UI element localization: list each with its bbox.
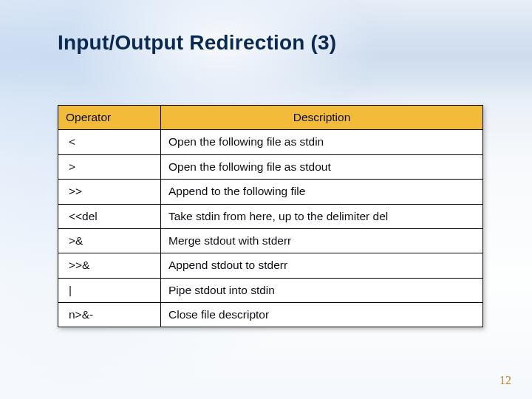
operator-cell: >> bbox=[58, 180, 161, 204]
operator-cell: > bbox=[58, 154, 161, 179]
table-row: | Pipe stdout into stdin bbox=[58, 278, 483, 302]
table-row: > Open the following file as stdout bbox=[58, 154, 483, 179]
table-row: >> Append to the following file bbox=[58, 180, 483, 204]
table-row: < Open the following file as stdin bbox=[58, 130, 483, 154]
description-cell: Open the following file as stdout bbox=[161, 154, 483, 179]
operator-cell: n>&- bbox=[58, 303, 161, 327]
operator-cell: >& bbox=[58, 228, 161, 253]
table-row: >& Merge stdout with stderr bbox=[58, 228, 483, 253]
operator-cell: <<del bbox=[58, 204, 161, 228]
table-row: n>&- Close file descriptor bbox=[58, 303, 483, 327]
slide: Input/Output Redirection (3) Operator De… bbox=[0, 0, 532, 399]
slide-title: Input/Output Redirection (3) bbox=[58, 31, 488, 55]
table-header-row: Operator Description bbox=[58, 106, 483, 130]
redirection-table-container: Operator Description < Open the followin… bbox=[58, 105, 483, 327]
operator-cell: < bbox=[58, 130, 161, 154]
description-cell: Open the following file as stdin bbox=[161, 130, 483, 154]
description-cell: Close file descriptor bbox=[161, 303, 483, 327]
description-cell: Append stdout to stderr bbox=[161, 253, 483, 278]
operator-cell: | bbox=[58, 278, 161, 302]
table-row: <<del Take stdin from here, up to the de… bbox=[58, 204, 483, 228]
description-cell: Append to the following file bbox=[161, 180, 483, 204]
table-row: >>& Append stdout to stderr bbox=[58, 253, 483, 278]
col-header-operator: Operator bbox=[58, 106, 161, 130]
redirection-table: Operator Description < Open the followin… bbox=[58, 105, 483, 327]
operator-cell: >>& bbox=[58, 253, 161, 278]
page-number: 12 bbox=[499, 374, 511, 387]
description-cell: Pipe stdout into stdin bbox=[161, 278, 483, 302]
description-cell: Take stdin from here, up to the delimite… bbox=[161, 204, 483, 228]
description-cell: Merge stdout with stderr bbox=[161, 228, 483, 253]
col-header-description: Description bbox=[161, 106, 483, 130]
